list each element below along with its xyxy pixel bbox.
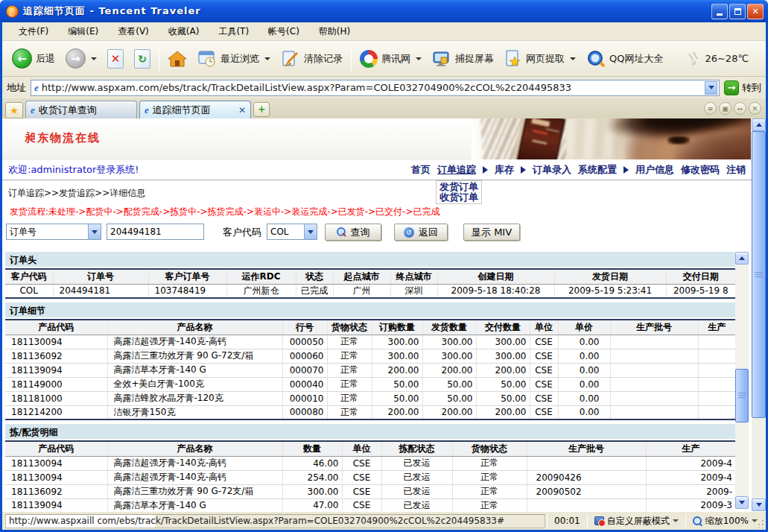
menu-help[interactable]: 帮助(H): [310, 23, 359, 40]
order-number-input[interactable]: 204494181: [107, 224, 204, 240]
order-type-select[interactable]: 订单号: [6, 224, 101, 240]
table-row: 181130094高露洁超强牙膏-140克-高钙254.00CSE已发运正常20…: [5, 470, 735, 484]
scroll-track[interactable]: [735, 265, 749, 496]
tab-arrange-button[interactable]: ↔: [734, 102, 746, 115]
refresh-button[interactable]: ↻: [129, 47, 156, 71]
browser-viewport: 昶东物流在线 欢迎:administrator登录系统! 首页 订单追踪: [2, 118, 766, 511]
table-cell: 47.00: [282, 498, 342, 511]
tab-receive-order-query[interactable]: e 收货订单查询: [25, 101, 137, 118]
customer-code-select[interactable]: COL: [267, 224, 317, 240]
scroll-thumb[interactable]: [735, 369, 749, 422]
zoom-control[interactable]: 缩放100%: [688, 514, 763, 528]
resize-grip[interactable]: [755, 519, 765, 528]
query-button[interactable]: 查询: [325, 224, 381, 241]
table-cell: 2009-3: [646, 498, 735, 511]
menu-favorites[interactable]: 收藏(A): [159, 23, 209, 40]
table-cell: CSE: [530, 363, 558, 377]
scroll-down-button[interactable]: [735, 496, 749, 509]
star-icon: ★: [10, 105, 19, 116]
weather-widget[interactable]: 26~28℃: [681, 48, 754, 69]
table-row: 181139094高露洁草本牙膏-140 G000070正常200.00200.…: [5, 363, 735, 377]
browser-window: 追踪细节页面 - Tencent Traveler ✕ 文件(F) 编辑(E) …: [0, 0, 768, 532]
scroll-down-button[interactable]: [752, 498, 766, 511]
ie-tab-icon: e: [31, 104, 35, 116]
new-tab-button[interactable]: ＋: [253, 102, 270, 117]
column-header: 交付日期: [666, 269, 735, 284]
column-header: 终点城市: [390, 269, 437, 284]
column-header: 状态: [296, 269, 333, 284]
nav-order-track[interactable]: 订单追踪: [437, 163, 476, 177]
address-input[interactable]: e http://www.aspxam.com/ebs/track/TrackD…: [31, 80, 720, 96]
table-cell: 50.00: [476, 377, 530, 391]
tab-restore-button[interactable]: ▣: [719, 102, 731, 115]
column-header: 生产批号: [527, 441, 646, 456]
table-cell: 0.00: [558, 335, 610, 349]
nav-ship-order[interactable]: 发货订单: [439, 182, 478, 192]
maximize-button[interactable]: [729, 4, 746, 19]
nav-logout[interactable]: 注销: [726, 163, 746, 177]
page-extract-button[interactable]: 网页提取: [499, 48, 581, 70]
home-button[interactable]: [162, 48, 192, 70]
tab-close-all-button[interactable]: ✕: [749, 102, 761, 115]
column-header: 发货数量: [422, 320, 476, 335]
qq-site-button[interactable]: 腾讯网: [355, 48, 427, 70]
table-row: 181130094高露洁超强牙膏-140克-高钙000050正常300.0030…: [5, 335, 735, 349]
nav-change-password[interactable]: 修改密码: [681, 163, 720, 177]
table-cell: 181136092: [5, 484, 107, 498]
browser-scrollbar[interactable]: [752, 118, 766, 511]
close-button[interactable]: ✕: [747, 4, 764, 19]
select-arrow-icon[interactable]: [304, 224, 317, 239]
minimize-button[interactable]: [711, 4, 728, 19]
show-miv-button[interactable]: 显示 MIV: [463, 224, 520, 241]
table-cell: 高露洁草本牙膏-140 G: [107, 363, 282, 377]
menu-view[interactable]: 查看(V): [109, 23, 158, 40]
stop-button[interactable]: ✕: [102, 47, 129, 71]
clear-history-button[interactable]: 清除记录: [276, 48, 348, 70]
block-mode-control[interactable]: 自定义屏蔽模式: [589, 514, 684, 528]
address-dropdown-button[interactable]: [705, 81, 717, 95]
qq-nav-button[interactable]: QQ网址大全: [581, 47, 668, 71]
column-header: 单位: [342, 441, 381, 456]
select-arrow-icon[interactable]: [88, 224, 101, 239]
tab-list-button[interactable]: ≡: [704, 102, 717, 115]
scroll-track[interactable]: [752, 131, 766, 498]
scroll-thumb[interactable]: [752, 131, 766, 418]
menu-account[interactable]: 帐号(C): [259, 23, 308, 40]
table-cell: 181139094: [5, 363, 107, 377]
title-bar: 追踪细节页面 - Tencent Traveler ✕: [0, 0, 768, 22]
nav-user-info[interactable]: 用户信息: [635, 163, 674, 177]
nav-home[interactable]: 首页: [411, 163, 431, 177]
return-button[interactable]: ↺返回: [394, 224, 448, 241]
table-cell: 300.00: [476, 349, 530, 363]
tab-label: 收货订单查询: [39, 104, 97, 117]
table-cell: 2009-4: [646, 456, 735, 470]
page-scrollbar[interactable]: [735, 252, 749, 509]
tab-track-detail[interactable]: e 追踪细节页面 ✕: [139, 101, 251, 118]
favorites-button[interactable]: ★: [5, 102, 23, 118]
menu-file[interactable]: 文件(F): [10, 23, 57, 40]
table-cell: 46.00: [282, 456, 342, 470]
nav-inventory[interactable]: 库存: [495, 163, 514, 177]
table-cell: CSE: [342, 456, 381, 470]
table-cell: 20090426: [527, 470, 646, 484]
nav-system-config[interactable]: 系统配置: [578, 163, 617, 177]
menu-edit[interactable]: 编辑(E): [59, 23, 107, 40]
recent-button[interactable]: 最近浏览: [192, 48, 276, 70]
table-cell: 正常: [327, 405, 372, 419]
scroll-up-button[interactable]: [735, 252, 749, 265]
table-cell: 000050: [282, 335, 327, 349]
nav-receive-order[interactable]: 收货订单: [439, 192, 478, 203]
capture-screen-button[interactable]: 捕捉屏幕: [427, 48, 499, 70]
nav-order-entry[interactable]: 订单录入: [533, 163, 571, 177]
forward-button[interactable]: →: [60, 46, 102, 71]
back-button[interactable]: ←后退: [7, 46, 60, 71]
table-cell: 50.00: [422, 377, 476, 391]
table-cell: 200.00: [372, 363, 422, 377]
table-row: 181214200洁银牙膏150克000080正常200.00200.00200…: [5, 405, 735, 419]
go-button[interactable]: → 转到: [724, 80, 761, 95]
section-order-head: 订单头: [5, 252, 735, 267]
scroll-up-button[interactable]: [752, 118, 766, 131]
address-url[interactable]: http://www.aspxam.com/ebs/track/TrackDet…: [42, 82, 705, 93]
menu-tools[interactable]: 工具(T): [209, 23, 258, 40]
tab-close-icon[interactable]: ✕: [238, 105, 246, 115]
